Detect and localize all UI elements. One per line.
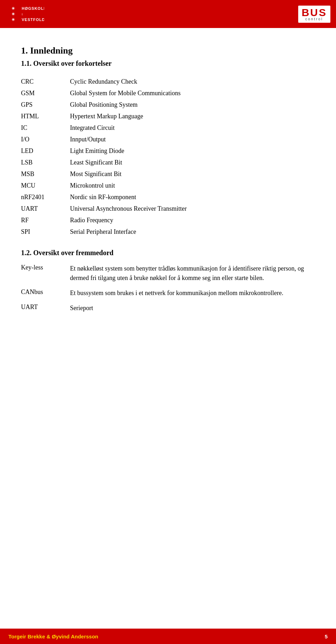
table-row: GSMGlobal System for Mobile Communicatio… — [21, 88, 315, 99]
section-1-2-title: 1.2. Oversikt over fremmedord — [21, 249, 315, 257]
table-row: LSBLeast Significant Bit — [21, 157, 315, 168]
foreign-word-definition: Serieport — [70, 303, 315, 313]
foreign-word-term: CANbus — [21, 288, 70, 296]
abbrev-term: RF — [21, 215, 70, 226]
svg-text:✳: ✳ — [12, 18, 15, 22]
abbrev-term: GSM — [21, 88, 70, 99]
svg-text:✳: ✳ — [12, 12, 15, 16]
abbrev-term: MSB — [21, 168, 70, 180]
table-row: I/OInnput/Output — [21, 134, 315, 145]
table-row: MSBMost Significant Bit — [21, 168, 315, 180]
section-1-1-title: 1.1. Oversikt over forkortelser — [21, 59, 315, 68]
table-row: nRF2401Nordic sin RF-komponent — [21, 191, 315, 203]
main-content: 1. Innledning 1.1. Oversikt over forkort… — [0, 28, 336, 348]
school-logo: ✳ ✳ ✳ HØGSKOLEN I VESTFOLD — [6, 3, 44, 25]
foreign-word-definition: Et nøkkelløst system som benytter trådlø… — [70, 264, 315, 283]
table-row: LEDLight Emitting Diode — [21, 145, 315, 157]
abbrev-definition: Radio Frequency — [70, 215, 315, 226]
table-row: CRCCyclic Redundancy Check — [21, 76, 315, 88]
abbrev-term: IC — [21, 122, 70, 134]
abbreviations-table: CRCCyclic Redundancy CheckGSMGlobal Syst… — [21, 76, 315, 238]
svg-text:✳: ✳ — [12, 6, 15, 10]
table-row: ICIntegrated Circuit — [21, 122, 315, 134]
foreign-word-definition: Et bussystem som brukes i et nettverk fo… — [70, 288, 315, 298]
abbrev-term: I/O — [21, 134, 70, 145]
bus-logo-text: BUS — [302, 7, 327, 18]
abbrev-definition: Innput/Output — [70, 134, 315, 145]
abbrev-term: MCU — [21, 180, 70, 191]
table-row: GPSGlobal Positioning System — [21, 99, 315, 111]
table-row: SPISerial Peripheral Interface — [21, 226, 315, 238]
foreign-words-list: Key-lessEt nøkkelløst system som benytte… — [21, 264, 315, 313]
abbrev-term: UART — [21, 203, 70, 215]
table-row: MCUMicrokontrol unit — [21, 180, 315, 191]
abbrev-term: HTML — [21, 111, 70, 122]
bus-control-logo: BUS control — [298, 6, 330, 23]
abbrev-definition: Hypertext Markup Language — [70, 111, 315, 122]
abbrev-term: SPI — [21, 226, 70, 238]
abbrev-term: LED — [21, 145, 70, 157]
table-row: UARTUniversal Asynchronous Receiver Tran… — [21, 203, 315, 215]
abbrev-definition: Cyclic Redundancy Check — [70, 76, 315, 88]
footer-authors: Torgeir Brekke & Øyvind Andersson — [8, 634, 98, 639]
abbrev-definition: Most Significant Bit — [70, 168, 315, 180]
list-item: UARTSerieport — [21, 303, 315, 313]
svg-text:HØGSKOLEN: HØGSKOLEN — [22, 6, 44, 10]
abbrev-definition: Integrated Circuit — [70, 122, 315, 134]
table-row: RFRadio Frequency — [21, 215, 315, 226]
section-1-title: 1. Innledning — [21, 46, 315, 56]
svg-text:VESTFOLD: VESTFOLD — [22, 18, 44, 22]
svg-text:I: I — [22, 13, 23, 16]
list-item: CANbusEt bussystem som brukes i et nettv… — [21, 288, 315, 298]
abbrev-definition: Microkontrol unit — [70, 180, 315, 191]
abbrev-term: nRF2401 — [21, 191, 70, 203]
abbrev-definition: Serial Peripheral Interface — [70, 226, 315, 238]
abbrev-term: CRC — [21, 76, 70, 88]
page-header: ✳ ✳ ✳ HØGSKOLEN I VESTFOLD BUS control — [0, 0, 336, 28]
abbrev-definition: Global Positioning System — [70, 99, 315, 111]
abbrev-term: GPS — [21, 99, 70, 111]
page-footer: Torgeir Brekke & Øyvind Andersson 5 — [0, 629, 336, 644]
foreign-word-term: Key-less — [21, 264, 70, 271]
abbrev-definition: Least Significant Bit — [70, 157, 315, 168]
abbrev-definition: Universal Asynchronous Receiver Transmit… — [70, 203, 315, 215]
list-item: Key-lessEt nøkkelløst system som benytte… — [21, 264, 315, 283]
abbrev-definition: Global System for Mobile Communications — [70, 88, 315, 99]
abbrev-definition: Light Emitting Diode — [70, 145, 315, 157]
bus-logo-sub: control — [302, 17, 327, 21]
abbrev-definition: Nordic sin RF-komponent — [70, 191, 315, 203]
abbrev-term: LSB — [21, 157, 70, 168]
table-row: HTMLHypertext Markup Language — [21, 111, 315, 122]
footer-page-number: 5 — [325, 634, 328, 639]
foreign-word-term: UART — [21, 303, 70, 311]
school-logo-svg: ✳ ✳ ✳ HØGSKOLEN I VESTFOLD — [6, 3, 44, 25]
